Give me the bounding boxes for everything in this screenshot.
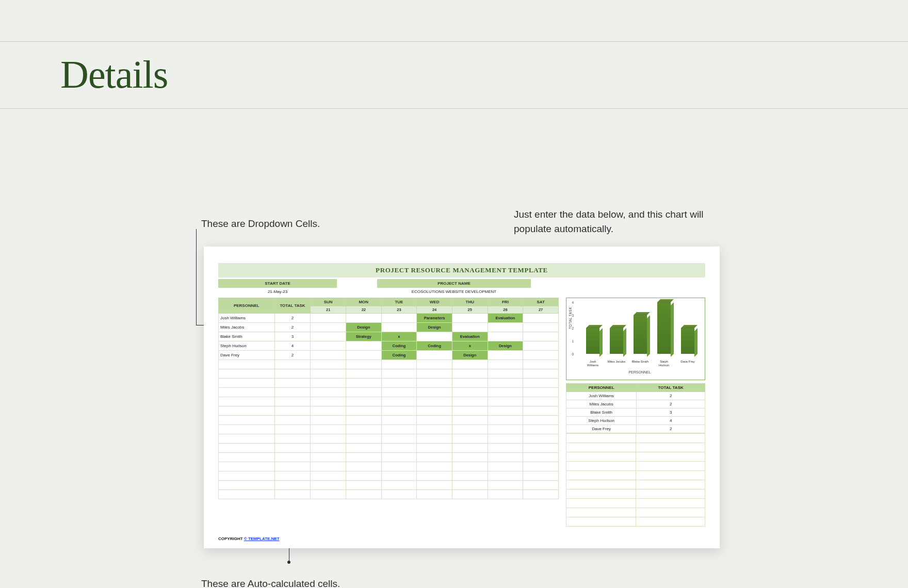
project-name-value[interactable]: ECOSOLUTIONS WEBSITE DEVELOPMENT	[377, 288, 531, 296]
empty-cell[interactable]	[452, 397, 488, 406]
empty-cell[interactable]	[346, 471, 381, 481]
empty-cell[interactable]	[219, 397, 275, 406]
empty-cell[interactable]	[523, 490, 559, 499]
empty-cell[interactable]	[417, 453, 452, 462]
empty-cell[interactable]	[311, 462, 346, 471]
cell-task[interactable]	[523, 314, 559, 323]
empty-cell[interactable]	[311, 471, 346, 481]
cell-task[interactable]	[346, 314, 381, 323]
empty-cell[interactable]	[523, 360, 559, 369]
empty-cell[interactable]	[452, 471, 488, 481]
empty-cell[interactable]	[488, 369, 523, 379]
empty-cell[interactable]	[381, 481, 417, 490]
empty-cell[interactable]	[523, 462, 559, 471]
empty-cell[interactable]	[452, 444, 488, 453]
cell-task[interactable]: x	[381, 332, 417, 341]
empty-cell[interactable]	[274, 397, 311, 406]
empty-cell[interactable]	[488, 406, 523, 416]
cell-task[interactable]	[381, 314, 417, 323]
empty-cell[interactable]	[219, 416, 275, 425]
empty-cell[interactable]	[488, 481, 523, 490]
empty-cell[interactable]	[274, 425, 311, 434]
empty-cell[interactable]	[452, 416, 488, 425]
empty-cell[interactable]	[311, 490, 346, 499]
cell-task[interactable]: Evaluation	[452, 332, 488, 341]
cell-task[interactable]	[381, 323, 417, 332]
cell-task[interactable]: Coding	[381, 351, 417, 360]
cell-name[interactable]: Blake Smith	[219, 332, 275, 341]
empty-cell[interactable]	[346, 416, 381, 425]
empty-cell[interactable]	[346, 388, 381, 397]
empty-cell[interactable]	[311, 453, 346, 462]
cell-task[interactable]	[311, 351, 346, 360]
empty-cell[interactable]	[488, 388, 523, 397]
cell-task[interactable]: Coding	[381, 341, 417, 351]
empty-cell[interactable]	[274, 360, 311, 369]
empty-cell[interactable]	[523, 481, 559, 490]
empty-cell[interactable]	[311, 379, 346, 388]
empty-cell[interactable]	[523, 397, 559, 406]
empty-cell[interactable]	[311, 397, 346, 406]
empty-cell[interactable]	[452, 453, 488, 462]
cell-task[interactable]	[311, 341, 346, 351]
empty-cell[interactable]	[523, 416, 559, 425]
empty-cell[interactable]	[219, 360, 275, 369]
empty-cell[interactable]	[274, 388, 311, 397]
cell-task[interactable]	[452, 323, 488, 332]
empty-cell[interactable]	[274, 462, 311, 471]
empty-cell[interactable]	[346, 379, 381, 388]
empty-cell[interactable]	[381, 490, 417, 499]
empty-cell[interactable]	[346, 462, 381, 471]
empty-cell[interactable]	[219, 406, 275, 416]
start-date-value[interactable]: 21-May-23	[218, 288, 337, 296]
empty-cell[interactable]	[274, 471, 311, 481]
empty-cell[interactable]	[346, 360, 381, 369]
empty-cell[interactable]	[488, 360, 523, 369]
empty-cell[interactable]	[417, 444, 452, 453]
empty-cell[interactable]	[311, 434, 346, 444]
cell-task[interactable]	[346, 351, 381, 360]
empty-cell[interactable]	[346, 425, 381, 434]
cell-task[interactable]: Evaluation	[488, 314, 523, 323]
copyright-link[interactable]: © TEMPLATE.NET	[244, 536, 280, 541]
empty-cell[interactable]	[417, 379, 452, 388]
cell-task[interactable]: Design	[452, 351, 488, 360]
empty-cell[interactable]	[311, 444, 346, 453]
empty-cell[interactable]	[488, 416, 523, 425]
empty-cell[interactable]	[417, 360, 452, 369]
empty-cell[interactable]	[381, 444, 417, 453]
empty-cell[interactable]	[274, 379, 311, 388]
empty-cell[interactable]	[381, 406, 417, 416]
empty-cell[interactable]	[219, 462, 275, 471]
empty-cell[interactable]	[346, 406, 381, 416]
empty-cell[interactable]	[219, 471, 275, 481]
empty-cell[interactable]	[488, 462, 523, 471]
cell-name[interactable]: Dave Frey	[219, 351, 275, 360]
empty-cell[interactable]	[346, 444, 381, 453]
empty-cell[interactable]	[523, 388, 559, 397]
empty-cell[interactable]	[523, 453, 559, 462]
empty-cell[interactable]	[219, 490, 275, 499]
empty-cell[interactable]	[523, 444, 559, 453]
empty-cell[interactable]	[274, 490, 311, 499]
cell-task[interactable]: Design	[488, 341, 523, 351]
cell-task[interactable]	[523, 351, 559, 360]
empty-cell[interactable]	[346, 369, 381, 379]
empty-cell[interactable]	[219, 453, 275, 462]
empty-cell[interactable]	[274, 444, 311, 453]
cell-task[interactable]	[311, 332, 346, 341]
empty-cell[interactable]	[488, 397, 523, 406]
empty-cell[interactable]	[311, 360, 346, 369]
empty-cell[interactable]	[346, 397, 381, 406]
empty-cell[interactable]	[417, 388, 452, 397]
empty-cell[interactable]	[417, 490, 452, 499]
empty-cell[interactable]	[311, 406, 346, 416]
cell-task[interactable]	[311, 314, 346, 323]
empty-cell[interactable]	[219, 434, 275, 444]
cell-name[interactable]: Steph Hudson	[219, 341, 275, 351]
empty-cell[interactable]	[523, 379, 559, 388]
cell-task[interactable]	[452, 314, 488, 323]
empty-cell[interactable]	[219, 379, 275, 388]
empty-cell[interactable]	[488, 471, 523, 481]
cell-task[interactable]: x	[452, 341, 488, 351]
